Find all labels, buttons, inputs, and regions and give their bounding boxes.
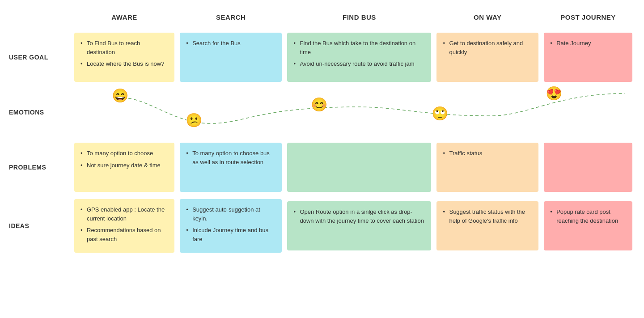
problems-row: PROBLEMS To many option to choose Not su… (9, 139, 635, 195)
list-item: Traffic status (443, 149, 532, 158)
emotions-label: EMOTIONS (9, 85, 72, 139)
list-item: Avoid un-necessary route to avoid traffi… (293, 59, 425, 68)
ideas-aware: GPS enabled app : Locate the current loc… (72, 195, 177, 256)
problems-postjourney (541, 139, 635, 195)
col-header-onway: ON WAY (434, 9, 541, 29)
ideas-search: Suggest auto-suggetion at keyin. Inlcude… (177, 195, 284, 256)
emotions-row: EMOTIONS 😄 😕 😊 🙄 (9, 85, 635, 139)
problems-onway: Traffic status (434, 139, 541, 195)
col-header-findbus: FIND BUS (284, 9, 434, 29)
user-goal-aware: To Find Bus to reach destination Locate … (72, 29, 177, 85)
ideas-label: IDEAS (9, 195, 72, 256)
problems-findbus (284, 139, 434, 195)
emotion-emoji-postjourney: 😍 (546, 87, 562, 100)
list-item: Inlcude Journey time and bus fare (186, 226, 275, 243)
col-header-postjourney: POST JOURNEY (541, 9, 635, 29)
list-item: Rate Journey (550, 39, 626, 48)
list-item: Open Route option in a sinlge click as d… (293, 208, 425, 225)
problems-aware: To many option to choose Not sure journe… (72, 139, 177, 195)
list-item: Suggest traffic status with the help of … (443, 208, 532, 225)
list-item: GPS enabled app : Locate the current loc… (80, 205, 168, 223)
ideas-findbus: Open Route option in a sinlge click as d… (284, 195, 434, 256)
user-goal-row: USER GOAL To Find Bus to reach destinati… (9, 29, 635, 85)
ideas-onway: Suggest traffic status with the help of … (434, 195, 541, 256)
user-goal-search: Search for the Bus (177, 29, 284, 85)
user-goal-postjourney: Rate Journey (541, 29, 635, 85)
list-item: Find the Bus which take to the destinati… (293, 39, 425, 56)
emotion-emoji-onway: 🙄 (432, 107, 448, 120)
col-header-aware: AWARE (72, 9, 177, 29)
list-item: To Find Bus to reach destination (80, 39, 168, 56)
list-item: To many option to choose (80, 149, 168, 158)
list-item: Get to destination safely and quickly (443, 39, 532, 56)
emotion-emoji-search: 😕 (186, 114, 202, 127)
list-item: Search for the Bus (186, 39, 275, 48)
col-header-search: SEARCH (177, 9, 284, 29)
ideas-postjourney: Popup rate card post reaching the destin… (541, 195, 635, 256)
emotion-emoji-aware: 😄 (112, 89, 128, 102)
list-item: Not sure journey date & time (80, 161, 168, 170)
user-goal-label: USER GOAL (9, 29, 72, 85)
problems-label: PROBLEMS (9, 139, 72, 195)
emotion-emoji-findbus: 😊 (311, 98, 327, 111)
user-goal-findbus: Find the Bus which take to the destinati… (284, 29, 434, 85)
list-item: Popup rate card post reaching the destin… (550, 208, 626, 225)
problems-search: To many option to choose bus as well as … (177, 139, 284, 195)
ideas-row: IDEAS GPS enabled app : Locate the curre… (9, 195, 635, 256)
user-goal-onway: Get to destination safely and quickly (434, 29, 541, 85)
list-item: To many option to choose bus as well as … (186, 149, 275, 166)
list-item: Recommendations based on past search (80, 226, 168, 243)
list-item: Suggest auto-suggetion at keyin. (186, 205, 275, 223)
list-item: Locate where the Bus is now? (80, 59, 168, 68)
